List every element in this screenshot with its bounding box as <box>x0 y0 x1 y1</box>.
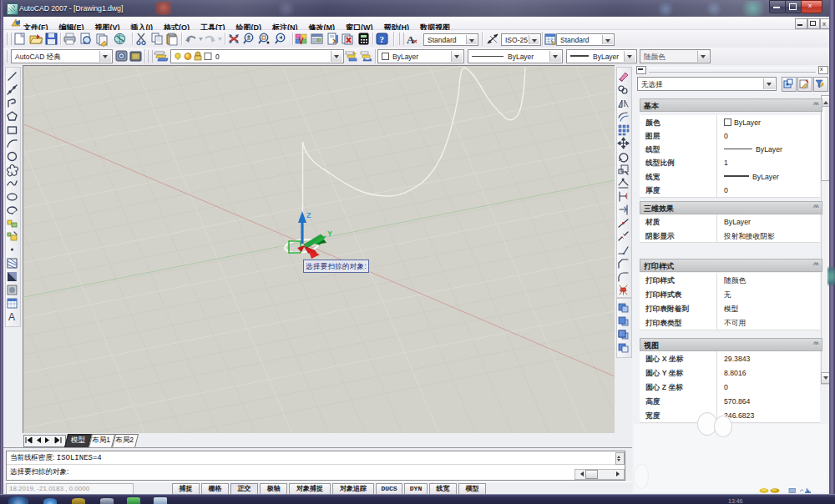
svg-text:?: ? <box>380 34 385 44</box>
svg-text:Y: Y <box>327 229 332 238</box>
svg-text:Z: Z <box>306 211 311 219</box>
svg-text:A: A <box>407 33 415 46</box>
svg-text:A: A <box>8 311 15 323</box>
